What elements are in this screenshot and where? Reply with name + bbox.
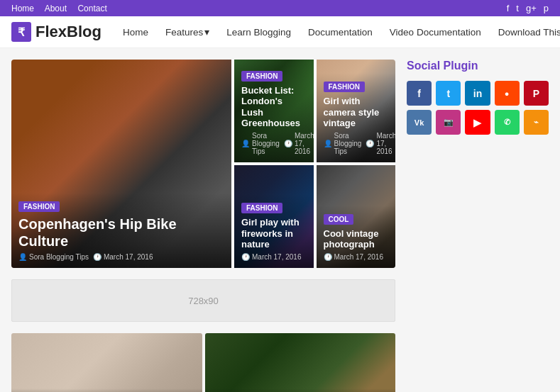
- card-3-overlay: FASHION Girl play with fireworks in natu…: [234, 194, 314, 268]
- card-2-overlay: FASHION Girl with camera style vintage 👤…: [317, 73, 396, 162]
- card-4-title: Cool vintage photograph: [324, 228, 389, 250]
- grid-card-3[interactable]: FASHION Girl play with fireworks in natu…: [234, 165, 314, 268]
- logo-icon: ₹: [11, 22, 31, 42]
- main-card-title: Copenhagen's Hip Bike Culture: [18, 215, 224, 250]
- nav-home[interactable]: Home: [116, 23, 155, 42]
- social-btn-whatsapp[interactable]: ✆: [495, 110, 520, 135]
- card-1-overlay: FASHION Bucket List: London's Lush Green…: [234, 62, 314, 162]
- navbar: ₹ FlexBlog Home Features ▾ Learn Bloggin…: [0, 16, 560, 48]
- top-bar-links: Home About Contact: [11, 4, 116, 13]
- main-card-author-icon: 👤 Sora Blogging Tips: [18, 253, 89, 261]
- card-4-date: 🕐 March 17, 2016: [324, 253, 384, 261]
- card-2-author: 👤 Sora Blogging Tips: [324, 132, 362, 155]
- card-1-date: 🕐 March 17, 2016: [284, 132, 314, 155]
- sidebar: Social Plugin f t in ● P Vk 📷 ▶ ✆ ⌁: [407, 60, 549, 392]
- ad-size-label: 728x90: [188, 296, 219, 306]
- topbar-contact[interactable]: Contact: [77, 4, 106, 13]
- card-3-meta: 🕐 March 17, 2016: [241, 253, 307, 261]
- main-card-overlay: FASHION Copenhagen's Hip Bike Culture 👤 …: [11, 193, 231, 268]
- main-card-category: FASHION: [18, 201, 60, 212]
- bottom-cards: BEAUTY FASHION: [11, 333, 395, 392]
- social-btn-youtube[interactable]: ▶: [465, 110, 490, 135]
- nav-learn-blogging[interactable]: Learn Blogging: [219, 23, 298, 42]
- bottom-card-beauty-overlay: BEAUTY: [11, 388, 202, 392]
- card-3-category: FASHION: [241, 203, 282, 213]
- card-4-category: COOL: [324, 214, 354, 225]
- social-btn-rss[interactable]: ⌁: [524, 110, 549, 135]
- bottom-card-beauty[interactable]: BEAUTY: [11, 333, 202, 392]
- google-plus-icon[interactable]: g+: [526, 3, 537, 13]
- social-grid: f t in ● P Vk 📷 ▶ ✆ ⌁: [407, 81, 549, 135]
- card-3-date: 🕐 March 17, 2016: [241, 253, 302, 261]
- card-1-title: Bucket List: London's Lush Greenhouses: [241, 85, 307, 129]
- card-2-meta: 👤 Sora Blogging Tips 🕐 March 17, 2016: [324, 132, 389, 155]
- social-btn-linkedin[interactable]: in: [465, 81, 490, 106]
- social-btn-facebook[interactable]: f: [407, 81, 432, 106]
- logo-text: FlexBlog: [35, 23, 101, 41]
- nav-video-documentation[interactable]: Video Documentation: [383, 23, 488, 42]
- social-btn-vk[interactable]: Vk: [407, 110, 432, 135]
- card-1-category: FASHION: [241, 71, 282, 82]
- main-card-date-icon: 🕐 March 17, 2016: [93, 253, 153, 261]
- social-btn-pinterest[interactable]: P: [524, 81, 549, 106]
- card-1-author: 👤 Sora Blogging Tips: [241, 132, 280, 155]
- bottom-card-fashion-overlay: FASHION: [205, 388, 396, 392]
- main-content: FASHION Copenhagen's Hip Bike Culture 👤 …: [0, 48, 560, 392]
- card-1-meta: 👤 Sora Blogging Tips 🕐 March 17, 2016: [241, 132, 307, 155]
- main-card-meta: 👤 Sora Blogging Tips 🕐 March 17, 2016: [18, 253, 224, 261]
- card-3-title: Girl play with fireworks in nature: [241, 217, 307, 250]
- facebook-icon[interactable]: f: [507, 3, 510, 13]
- pinterest-icon[interactable]: p: [544, 3, 549, 13]
- grid-card-2[interactable]: FASHION Girl with camera style vintage 👤…: [317, 60, 396, 162]
- logo[interactable]: ₹ FlexBlog: [11, 22, 101, 42]
- card-2-date: 🕐 March 17, 2016: [366, 132, 395, 155]
- main-featured-card[interactable]: FASHION Copenhagen's Hip Bike Culture 👤 …: [11, 60, 231, 268]
- grid-card-4[interactable]: COOL Cool vintage photograph 🕐 March 17,…: [317, 165, 396, 268]
- topbar-home[interactable]: Home: [11, 4, 34, 13]
- content-area: FASHION Copenhagen's Hip Bike Culture 👤 …: [11, 60, 395, 392]
- nav-features[interactable]: Features ▾: [158, 22, 216, 42]
- social-btn-twitter[interactable]: t: [436, 81, 461, 106]
- top-bar: Home About Contact f t g+ p: [0, 0, 560, 16]
- card-2-title: Girl with camera style vintage: [324, 96, 389, 129]
- bottom-card-fashion[interactable]: FASHION: [205, 333, 396, 392]
- card-2-category: FASHION: [324, 82, 365, 92]
- ad-banner: 728x90: [11, 279, 395, 322]
- nav-download-template[interactable]: Download This Template: [491, 23, 560, 42]
- featured-grid: FASHION Copenhagen's Hip Bike Culture 👤 …: [11, 60, 395, 268]
- nav-links: Home Features ▾ Learn Blogging Documenta…: [116, 22, 560, 42]
- social-btn-instagram[interactable]: 📷: [436, 110, 461, 135]
- card-4-meta: 🕐 March 17, 2016: [324, 253, 389, 261]
- twitter-icon[interactable]: t: [516, 3, 519, 13]
- social-btn-reddit[interactable]: ●: [495, 81, 520, 106]
- card-4-overlay: COOL Cool vintage photograph 🕐 March 17,…: [317, 206, 396, 268]
- topbar-about[interactable]: About: [45, 4, 67, 13]
- grid-card-1[interactable]: FASHION Bucket List: London's Lush Green…: [234, 60, 314, 162]
- chevron-down-icon: ▾: [204, 26, 209, 38]
- top-bar-social: f t g+ p: [507, 3, 549, 13]
- social-plugin-title: Social Plugin: [407, 60, 549, 72]
- nav-documentation[interactable]: Documentation: [301, 23, 380, 42]
